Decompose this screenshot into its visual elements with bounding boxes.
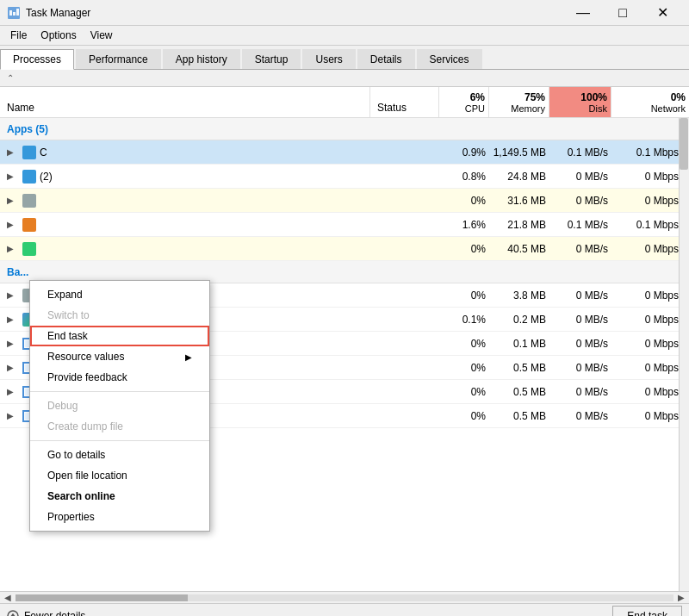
end-task-button[interactable]: End task: [612, 606, 682, 617]
expand-icon: ▶: [7, 314, 19, 324]
row-network: 0.1 Mbps: [611, 219, 689, 231]
row-memory: 0.5 MB: [489, 386, 549, 398]
col-header-network[interactable]: 0% Network: [611, 87, 689, 117]
ctx-separator-1: [30, 391, 209, 392]
row-network: 0.1 Mbps: [611, 146, 689, 159]
col-header-name[interactable]: Name: [0, 87, 370, 117]
table-row[interactable]: ▶ 0% 40.5 MB 0 MB/s 0 Mbps: [0, 237, 689, 261]
ctx-search-online[interactable]: Search online: [30, 486, 209, 507]
tab-performance[interactable]: Performance: [76, 49, 161, 69]
ctx-open-file-location[interactable]: Open file location: [30, 465, 209, 486]
tab-app-history[interactable]: App history: [163, 49, 240, 69]
expand-icon: ▶: [7, 196, 19, 205]
row-memory: 31.6 MB: [489, 195, 549, 207]
title-bar: Task Manager — □ ✕: [0, 0, 689, 26]
app-icon: [22, 194, 36, 208]
ctx-create-dump[interactable]: Create dump file: [30, 416, 209, 437]
ctx-end-task[interactable]: End task: [30, 326, 209, 346]
row-disk: 0 MB/s: [549, 338, 611, 350]
row-name: ▶: [0, 242, 370, 256]
fewer-details-label: Fewer details: [24, 610, 85, 617]
title-controls: — □ ✕: [563, 0, 682, 26]
col-header-disk[interactable]: 100% Disk: [549, 87, 611, 117]
row-disk: 0 MB/s: [549, 410, 611, 422]
row-memory: 0.2 MB: [489, 314, 549, 326]
hscroll-thumb[interactable]: [16, 594, 188, 601]
expand-icon: ▶: [7, 387, 19, 396]
ctx-expand[interactable]: Expand: [30, 284, 209, 305]
expand-icon: ▶: [7, 339, 19, 348]
tab-services[interactable]: Services: [417, 49, 482, 69]
row-cpu: 0%: [439, 362, 489, 374]
row-network: 0 Mbps: [611, 243, 689, 255]
row-disk: 0 MB/s: [549, 289, 611, 302]
column-headers: Name Status 6% CPU 75% Memory 100% Disk …: [0, 87, 689, 118]
hscroll-track[interactable]: [16, 594, 673, 601]
tab-processes[interactable]: Processes: [0, 49, 74, 70]
app-icon: [22, 242, 36, 256]
row-memory: 1,149.5 MB: [489, 146, 549, 159]
table-row[interactable]: ▶ 0% 31.6 MB 0 MB/s 0 Mbps: [0, 189, 689, 213]
tab-users[interactable]: Users: [302, 49, 355, 69]
chevron-up-icon: [7, 610, 19, 617]
expand-icon: ▶: [7, 244, 19, 253]
tab-details[interactable]: Details: [357, 49, 415, 69]
row-cpu: 0%: [439, 195, 489, 207]
ctx-separator-2: [30, 440, 209, 441]
menu-options[interactable]: Options: [34, 28, 83, 43]
row-disk: 0.1 MB/s: [549, 219, 611, 231]
menu-file[interactable]: File: [3, 28, 34, 43]
fewer-details-btn[interactable]: Fewer details: [7, 610, 85, 617]
expand-icon: ▶: [7, 363, 19, 372]
close-button[interactable]: ✕: [642, 0, 682, 26]
expand-icon: ▶: [7, 147, 19, 157]
row-network: 0 Mbps: [611, 338, 689, 350]
scrollbar-thumb[interactable]: [680, 118, 688, 170]
svg-rect-1: [9, 10, 12, 16]
col-header-status[interactable]: Status: [370, 87, 439, 117]
ctx-go-to-details[interactable]: Go to details: [30, 445, 209, 465]
col-header-cpu[interactable]: 6% CPU: [439, 87, 489, 117]
row-memory: 21.8 MB: [489, 219, 549, 231]
vertical-scrollbar[interactable]: [679, 118, 689, 591]
row-disk: 0 MB/s: [549, 362, 611, 374]
ctx-debug[interactable]: Debug: [30, 395, 209, 416]
ctx-provide-feedback[interactable]: Provide feedback: [30, 367, 209, 388]
row-memory: 3.8 MB: [489, 289, 549, 302]
submenu-arrow-icon: ▶: [185, 352, 192, 362]
row-disk: 0 MB/s: [549, 314, 611, 326]
menu-view[interactable]: View: [84, 28, 120, 43]
expand-icon: ▶: [7, 290, 19, 300]
row-name: ▶ (2): [0, 170, 370, 184]
app-icon: [22, 146, 36, 159]
row-disk: 0 MB/s: [549, 386, 611, 398]
row-name: ▶ C: [0, 146, 370, 159]
row-cpu: 0.1%: [439, 314, 489, 326]
minimize-button[interactable]: —: [563, 0, 603, 26]
table-row[interactable]: ▶ (2) 0.8% 24.8 MB 0 MB/s 0 Mbps: [0, 165, 689, 189]
apps-section-header: Apps (5): [0, 118, 689, 140]
horizontal-scrollbar[interactable]: ◀ ▶: [0, 591, 689, 603]
row-cpu: 1.6%: [439, 219, 489, 231]
ctx-switch-to[interactable]: Switch to: [30, 305, 209, 326]
expand-icon: ▶: [7, 220, 19, 229]
row-network: 0 Mbps: [611, 171, 689, 183]
row-memory: 24.8 MB: [489, 171, 549, 183]
maximize-button[interactable]: □: [603, 0, 642, 26]
table-row[interactable]: ▶ C 0.9% 1,149.5 MB 0.1 MB/s 0.1 Mbps: [0, 140, 689, 165]
ctx-properties[interactable]: Properties: [30, 507, 209, 527]
table-row[interactable]: ▶ 1.6% 21.8 MB 0.1 MB/s 0.1 Mbps: [0, 213, 689, 237]
app-icon: [22, 170, 36, 184]
row-disk: 0 MB/s: [549, 171, 611, 183]
col-header-memory[interactable]: 75% Memory: [489, 87, 549, 117]
tab-startup[interactable]: Startup: [242, 49, 301, 69]
hscroll-right-btn[interactable]: ▶: [675, 592, 687, 604]
row-memory: 0.5 MB: [489, 410, 549, 422]
sort-chevron-icon: ⌃: [7, 73, 14, 83]
row-network: 0 Mbps: [611, 386, 689, 398]
hscroll-left-btn[interactable]: ◀: [2, 592, 14, 604]
ctx-resource-values[interactable]: Resource values ▶: [30, 346, 209, 367]
app-icon: [22, 218, 36, 232]
row-cpu: 0%: [439, 243, 489, 255]
taskmanager-icon: [7, 6, 21, 20]
